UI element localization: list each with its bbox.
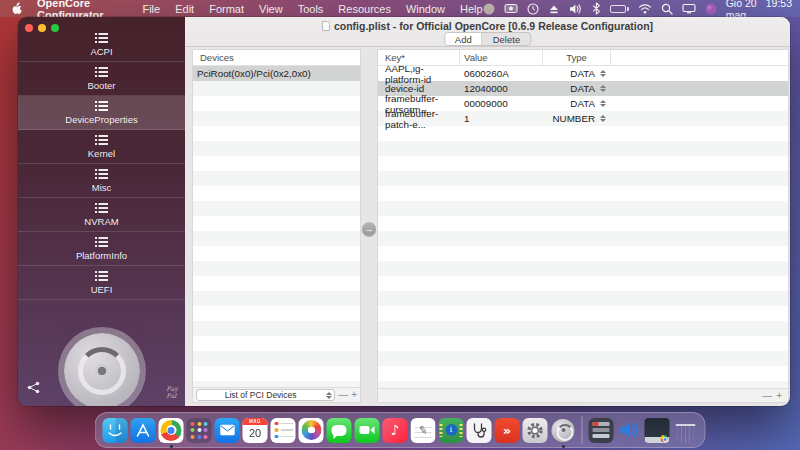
delete-button[interactable]: Delete [483, 33, 530, 45]
spotlight-search-icon[interactable] [661, 2, 673, 16]
devices-list[interactable]: PciRoot(0x0)/Pci(0x2,0x0) [193, 66, 360, 387]
app-window: ACPI Booter DeviceProperties Kernel Misc… [18, 17, 790, 406]
sidebar-item-label: UEFI [91, 284, 113, 295]
row-add-button[interactable]: + [776, 391, 782, 401]
dock-mail-icon[interactable] [215, 418, 240, 443]
dock-chrome-icon[interactable] [159, 418, 184, 443]
pci-devices-dropdown[interactable]: List of PCI Devices [196, 389, 335, 401]
dock-reminders-icon[interactable] [271, 418, 296, 443]
calendar-month: MAG [243, 418, 268, 425]
type-stepper-icon[interactable] [598, 100, 608, 107]
dock-quick-transfer-icon[interactable]: » [495, 418, 520, 443]
bluetooth-icon[interactable] [592, 2, 601, 16]
type-stepper-icon[interactable] [598, 85, 608, 92]
dock-messages-icon[interactable] [327, 418, 352, 443]
dock-storage-stack-icon[interactable] [589, 418, 614, 443]
dock: MAG 20 ♪ ✎ i » [95, 412, 706, 448]
menu-tools[interactable]: Tools [298, 3, 324, 15]
menu-help[interactable]: Help [460, 3, 483, 15]
device-add-button[interactable]: + [351, 390, 357, 400]
sidebar-item-label: Misc [92, 182, 112, 193]
table-row[interactable]: framebuffer-patch-e... 1 NUMBER [378, 111, 788, 126]
sidebar-item-label: PlatformInfo [76, 250, 127, 261]
type-stepper-icon[interactable] [598, 70, 608, 77]
sidebar-item-label: Booter [88, 80, 116, 91]
dock-system-preferences-icon[interactable] [523, 418, 548, 443]
sidebar: ACPI Booter DeviceProperties Kernel Misc… [18, 17, 185, 406]
sidebar-item-label: DeviceProperties [65, 114, 137, 125]
row-remove-button[interactable]: — [762, 391, 772, 401]
sidebar-item-nvram[interactable]: NVRAM [18, 198, 185, 232]
dock-finder-icon[interactable] [103, 418, 128, 443]
properties-panel: Key* Value Type AAPL,ig-platform-id 0600… [378, 50, 788, 402]
menu-bar: OpenCore Configurator File Edit Format V… [0, 0, 800, 17]
display-icon[interactable] [682, 2, 696, 16]
devices-header: Devices [193, 50, 360, 66]
dock-minimized-window-icon[interactable] [645, 418, 670, 443]
dock-diagnostics-icon[interactable] [467, 418, 492, 443]
wifi-icon[interactable] [638, 2, 652, 16]
list-icon [95, 169, 108, 179]
volume-icon[interactable] [569, 2, 583, 16]
battery-icon[interactable] [610, 5, 629, 13]
dock-trash-icon[interactable] [673, 418, 698, 443]
dock-pci-tool-icon[interactable]: i [439, 418, 464, 443]
table-row[interactable]: AAPL,ig-platform-id 0600260A DATA [378, 66, 788, 81]
content-area: Devices PciRoot(0x0)/Pci(0x2,0x0) List o… [185, 48, 790, 406]
dock-appstore-icon[interactable] [131, 418, 156, 443]
sidebar-item-booter[interactable]: Booter [18, 62, 185, 96]
opencore-watermark-logo [64, 333, 140, 406]
menu-format[interactable]: Format [209, 3, 244, 15]
device-row-selected[interactable]: PciRoot(0x0)/Pci(0x2,0x0) [193, 66, 360, 81]
paypal-watermark: Pay Pal [166, 386, 178, 400]
list-icon [95, 101, 108, 111]
column-header-key[interactable]: Key* [378, 50, 460, 65]
clock-icon[interactable] [527, 2, 539, 16]
list-icon [95, 33, 108, 43]
type-stepper-icon[interactable] [598, 115, 608, 122]
column-header-value[interactable]: Value [460, 50, 543, 65]
menu-window[interactable]: Window [406, 3, 445, 15]
sidebar-item-label: Kernel [88, 148, 115, 159]
document-icon [322, 21, 330, 31]
eject-icon[interactable] [548, 2, 560, 16]
dock-calendar-icon[interactable]: MAG 20 [243, 418, 268, 443]
list-icon [95, 67, 108, 77]
window-title: config.plist - for Official OpenCore [0.… [334, 20, 653, 32]
sidebar-item-acpi[interactable]: ACPI [18, 28, 185, 62]
dock-audio-speaker-icon[interactable] [617, 418, 642, 443]
sidebar-item-label: NVRAM [84, 216, 118, 227]
dropdown-stepper-icon [324, 392, 334, 399]
share-icon[interactable] [27, 380, 40, 398]
account-avatar-icon[interactable] [705, 2, 717, 16]
dock-textedit-icon[interactable]: ✎ [411, 418, 436, 443]
list-icon [95, 271, 108, 281]
sidebar-item-deviceproperties[interactable]: DeviceProperties [18, 96, 185, 130]
dock-launchpad-icon[interactable] [187, 418, 212, 443]
sidebar-item-kernel[interactable]: Kernel [18, 130, 185, 164]
transfer-arrow-button[interactable]: → [362, 222, 376, 236]
table-body[interactable]: AAPL,ig-platform-id 0600260A DATA device… [378, 66, 788, 388]
sidebar-item-label: ACPI [90, 46, 112, 57]
keyboard-icon[interactable] [504, 2, 518, 16]
dock-opencore-configurator-icon[interactable] [551, 418, 576, 443]
apple-logo-icon[interactable] [11, 2, 22, 16]
dock-photos-icon[interactable] [299, 418, 324, 443]
column-header-type[interactable]: Type [543, 50, 611, 65]
dock-facetime-icon[interactable] [355, 418, 380, 443]
menu-edit[interactable]: Edit [175, 3, 194, 15]
sidebar-item-misc[interactable]: Misc [18, 164, 185, 198]
menu-resources[interactable]: Resources [338, 3, 391, 15]
list-icon [95, 135, 108, 145]
dock-music-icon[interactable]: ♪ [383, 418, 408, 443]
title-bar: config.plist - for Official OpenCore [0.… [185, 17, 790, 47]
add-button[interactable]: Add [445, 33, 483, 45]
sidebar-item-uefi[interactable]: UEFI [18, 266, 185, 300]
menu-view[interactable]: View [259, 3, 283, 15]
device-remove-button[interactable]: — [338, 390, 348, 400]
sidebar-item-platforminfo[interactable]: PlatformInfo [18, 232, 185, 266]
table-footer: — + [378, 388, 788, 402]
app-circle-icon[interactable] [483, 2, 495, 16]
add-delete-segment: Add Delete [444, 32, 531, 46]
menu-file[interactable]: File [142, 3, 160, 15]
